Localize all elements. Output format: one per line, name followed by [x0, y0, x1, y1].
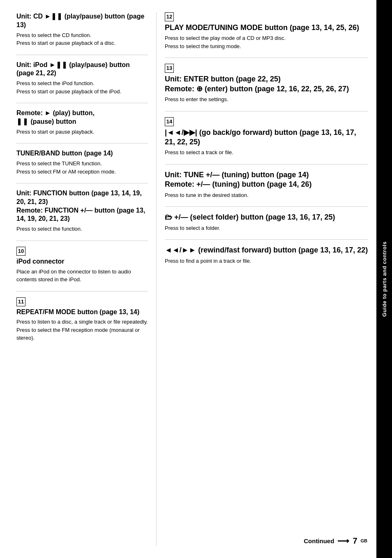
divider-3 [16, 143, 148, 144]
section-function: Unit: FUNCTION button (page 13, 14, 19, … [16, 189, 148, 233]
num-badge-10: 10 [16, 247, 25, 256]
section-remote-play: Remote: ► (play) button,❚❚ (pause) butto… [16, 109, 148, 136]
section-play-mode-title: PLAY MODE/TUNING MODE button (page 13, 1… [165, 23, 368, 32]
divider-5 [16, 241, 148, 241]
section-go-back-forward-title: |◄◄/▶▶| (go back/go forward) button (pag… [165, 128, 368, 147]
divider-r1 [165, 58, 368, 58]
num-badge-12: 12 [165, 12, 174, 21]
section-remote-play-title: Remote: ► (play) button,❚❚ (pause) butto… [16, 109, 148, 126]
section-go-back-forward-body: Press to select a track or file. [165, 148, 368, 157]
section-enter: 13 Unit: ENTER button (page 22, 25)Remot… [165, 64, 368, 103]
num-badge-11: 11 [16, 297, 25, 306]
section-ipod-play-title: Unit: iPod ►❚❚ (play/pause) button (page… [16, 61, 148, 78]
section-repeat-fm-body: Press to listen to a disc, a single trac… [16, 318, 148, 342]
divider-6 [16, 291, 148, 292]
sidebar: Guide to parts and controls [376, 0, 392, 558]
section-tune-plus-minus-title: Unit: TUNE +/— (tuning) button (page 14)… [165, 170, 368, 190]
divider-4 [16, 183, 148, 183]
section-cd-play: Unit: CD ►❚❚ (play/pause) button (page 1… [16, 12, 148, 47]
divider-r3 [165, 164, 368, 164]
section-tune-plus-minus: Unit: TUNE +/— (tuning) button (page 14)… [165, 170, 368, 199]
section-enter-title: Unit: ENTER button (page 22, 25)Remote: … [165, 74, 368, 94]
section-enter-body: Press to enter the settings. [165, 95, 368, 104]
section-tuner-band: TUNER/BAND button (page 14) Press to sel… [16, 149, 148, 176]
footer-arrow-icon: ⟶ [337, 536, 349, 546]
section-repeat-fm: 11 REPEAT/FM MODE button (page 13, 14) P… [16, 297, 148, 342]
section-rewind-fast-body: Press to find a point in a track or file… [165, 257, 368, 265]
section-select-folder-title: 🗁 +/— (select folder) button (page 13, 1… [165, 213, 368, 222]
num-badge-14: 14 [165, 117, 174, 126]
section-select-folder-body: Press to select a folder. [165, 224, 368, 232]
section-remote-play-body: Press to start or pause playback. [16, 128, 148, 136]
section-tuner-band-body: Press to select the TUNER function.Press… [16, 160, 148, 176]
section-ipod-connector-body: Place an iPod on the connector to listen… [16, 268, 148, 284]
section-ipod-connector-title: iPod connector [16, 257, 148, 266]
section-ipod-play: Unit: iPod ►❚❚ (play/pause) button (page… [16, 61, 148, 96]
section-function-title: Unit: FUNCTION button (page 13, 14, 19, … [16, 189, 148, 223]
divider-r5 [165, 239, 368, 240]
section-play-mode: 12 PLAY MODE/TUNING MODE button (page 13… [165, 12, 368, 50]
footer: Continued ⟶ 7GB [304, 536, 367, 546]
divider-1 [16, 55, 148, 55]
section-function-body: Press to select the function. [16, 225, 148, 233]
left-column: Unit: CD ►❚❚ (play/pause) button (page 1… [16, 12, 156, 546]
section-select-folder: 🗁 +/— (select folder) button (page 13, 1… [165, 213, 368, 232]
section-rewind-fast-title: ◄◄/►► (rewind/fast forward) button (page… [165, 245, 368, 255]
section-cd-play-body: Press to select the CD function.Press to… [16, 31, 148, 47]
main-content: Unit: CD ►❚❚ (play/pause) button (page 1… [0, 0, 376, 558]
section-tune-plus-minus-body: Press to tune in the desired station. [165, 191, 368, 199]
section-repeat-fm-title: REPEAT/FM MODE button (page 13, 14) [16, 308, 148, 317]
divider-r4 [165, 206, 368, 207]
continued-label: Continued [304, 537, 334, 544]
num-badge-13: 13 [165, 64, 174, 73]
page-superscript: GB [361, 538, 368, 543]
page-container: Unit: CD ►❚❚ (play/pause) button (page 1… [0, 0, 392, 558]
divider-r2 [165, 111, 368, 111]
section-go-back-forward: 14 |◄◄/▶▶| (go back/go forward) button (… [165, 117, 368, 157]
page-number: 7 [353, 536, 357, 546]
sidebar-label: Guide to parts and controls [381, 241, 387, 317]
section-cd-play-title: Unit: CD ►❚❚ (play/pause) button (page 1… [16, 12, 148, 30]
section-rewind-fast: ◄◄/►► (rewind/fast forward) button (page… [165, 245, 368, 265]
divider-2 [16, 103, 148, 103]
right-column: 12 PLAY MODE/TUNING MODE button (page 13… [156, 12, 368, 546]
section-ipod-connector: 10 iPod connector Place an iPod on the c… [16, 247, 148, 284]
section-play-mode-body: Press to select the play mode of a CD or… [165, 34, 368, 50]
section-ipod-play-body: Press to select the iPod function.Press … [16, 79, 148, 95]
section-tuner-band-title: TUNER/BAND button (page 14) [16, 149, 148, 158]
